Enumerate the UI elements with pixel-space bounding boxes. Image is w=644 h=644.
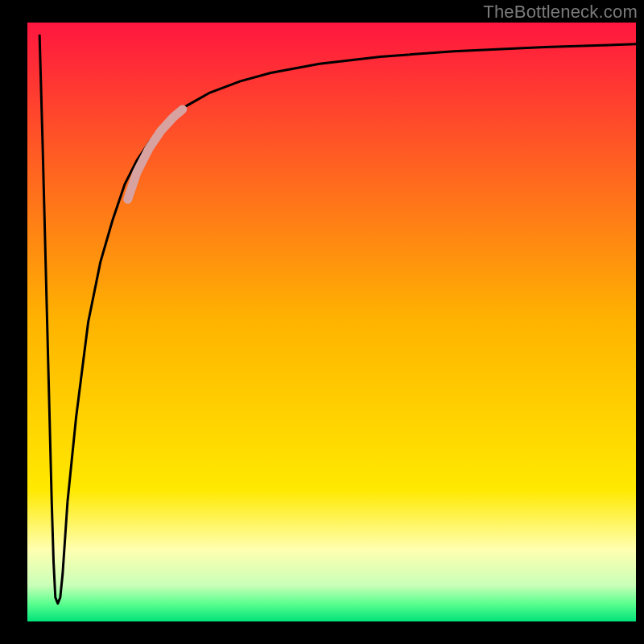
- chart-frame: TheBottleneck.com: [0, 0, 644, 644]
- plot-background: [27, 23, 636, 621]
- watermark-text: TheBottleneck.com: [483, 2, 638, 23]
- bottleneck-chart: [0, 0, 644, 644]
